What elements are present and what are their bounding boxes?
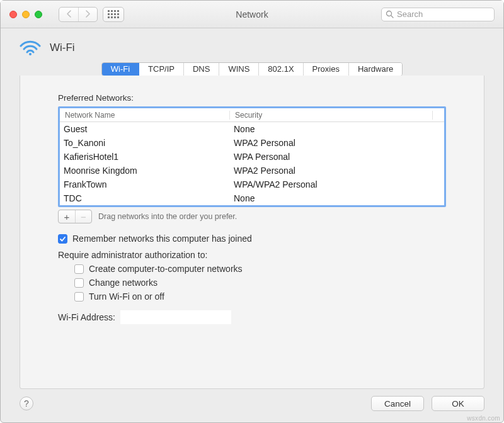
plus-icon: + bbox=[64, 212, 70, 222]
cell-name: Guest bbox=[60, 124, 230, 134]
require-change-networks-checkbox[interactable] bbox=[74, 278, 84, 288]
tabbar: Wi-Fi TCP/IP DNS WINS 802.1X Proxies Har… bbox=[1, 62, 503, 76]
require-create-adhoc-checkbox[interactable] bbox=[74, 264, 84, 274]
wifi-address-label: Wi-Fi Address: bbox=[58, 312, 115, 322]
preferred-networks-table[interactable]: Network Name Security Guest None To_Kano… bbox=[58, 106, 446, 207]
ok-button[interactable]: OK bbox=[432, 396, 484, 411]
table-header: Network Name Security bbox=[60, 108, 444, 122]
grid-icon bbox=[108, 10, 119, 18]
table-row[interactable]: FrankTown WPA/WPA2 Personal bbox=[60, 178, 444, 191]
zoom-window-button[interactable] bbox=[35, 11, 42, 18]
tab-hardware[interactable]: Hardware bbox=[349, 63, 402, 76]
require-admin-options: Create computer-to-computer networks Cha… bbox=[74, 264, 446, 302]
table-row[interactable]: Guest None bbox=[60, 122, 444, 136]
tab-dns[interactable]: DNS bbox=[184, 63, 219, 76]
toolbar-nav bbox=[59, 7, 124, 22]
pane-header: Wi-Fi bbox=[1, 28, 503, 60]
svg-line-1 bbox=[391, 15, 394, 18]
footer: ? Cancel OK bbox=[1, 390, 503, 422]
remove-network-button[interactable]: − bbox=[75, 210, 91, 223]
chevron-right-icon bbox=[85, 9, 91, 20]
network-window: Network Search Wi-Fi Wi- bbox=[0, 0, 504, 423]
col-security[interactable]: Security bbox=[230, 111, 433, 120]
require-toggle-wifi-label: Turn Wi-Fi on or off bbox=[89, 291, 164, 302]
preferred-networks-label: Preferred Networks: bbox=[58, 93, 446, 103]
search-icon bbox=[386, 10, 394, 18]
require-create-adhoc-label: Create computer-to-computer networks bbox=[89, 264, 243, 274]
search-input[interactable]: Search bbox=[381, 8, 495, 21]
cell-name: KafierisHotel1 bbox=[60, 152, 230, 162]
help-button[interactable]: ? bbox=[20, 397, 33, 410]
cancel-button[interactable]: Cancel bbox=[371, 396, 424, 411]
search-placeholder: Search bbox=[397, 9, 423, 19]
titlebar: Network Search bbox=[1, 1, 503, 28]
wifi-icon bbox=[20, 40, 41, 56]
cell-security: WPA2 Personal bbox=[230, 138, 444, 148]
require-change-networks-label: Change networks bbox=[89, 278, 158, 288]
show-all-button[interactable] bbox=[103, 7, 124, 22]
wifi-address-value bbox=[120, 310, 231, 324]
remember-label: Remember networks this computer has join… bbox=[72, 234, 252, 244]
minus-icon: − bbox=[81, 212, 86, 222]
question-icon: ? bbox=[24, 398, 29, 409]
require-toggle-wifi-checkbox[interactable] bbox=[74, 292, 84, 302]
pane-title: Wi-Fi bbox=[50, 42, 75, 54]
cell-security: None bbox=[230, 193, 444, 203]
drag-hint: Drag networks into the order you prefer. bbox=[98, 212, 237, 221]
close-window-button[interactable] bbox=[9, 11, 17, 18]
forward-button[interactable] bbox=[78, 8, 97, 21]
watermark: wsxdn.com bbox=[467, 415, 500, 422]
add-network-button[interactable]: + bbox=[59, 210, 75, 223]
wifi-panel: Preferred Networks: Network Name Securit… bbox=[20, 76, 484, 389]
minimize-window-button[interactable] bbox=[22, 11, 30, 18]
cell-security: WPA Personal bbox=[230, 152, 444, 162]
remember-checkbox[interactable] bbox=[58, 234, 67, 244]
nav-back-forward bbox=[59, 7, 98, 22]
tab-wifi[interactable]: Wi-Fi bbox=[102, 63, 139, 76]
cell-name: To_Kanoni bbox=[60, 138, 230, 148]
wifi-address-row: Wi-Fi Address: bbox=[58, 310, 446, 324]
tab-proxies[interactable]: Proxies bbox=[304, 63, 349, 76]
cell-name: FrankTown bbox=[60, 179, 230, 189]
add-remove-bar: + − Drag networks into the order you pre… bbox=[58, 210, 446, 223]
cell-security: WPA/WPA2 Personal bbox=[230, 179, 444, 189]
tab-8021x[interactable]: 802.1X bbox=[259, 63, 303, 76]
cell-name: TDC bbox=[60, 193, 230, 203]
table-row[interactable]: TDC None bbox=[60, 191, 444, 205]
col-network-name[interactable]: Network Name bbox=[60, 111, 230, 120]
table-row[interactable]: KafierisHotel1 WPA Personal bbox=[60, 150, 444, 164]
window-controls bbox=[1, 11, 42, 18]
cell-name: Moonrise Kingdom bbox=[60, 166, 230, 176]
remember-row: Remember networks this computer has join… bbox=[58, 234, 446, 244]
table-row[interactable]: To_Kanoni WPA2 Personal bbox=[60, 136, 444, 150]
tab-wins[interactable]: WINS bbox=[219, 63, 259, 76]
require-admin-label: Require administrator authorization to: bbox=[58, 250, 446, 260]
tab-tcpip[interactable]: TCP/IP bbox=[139, 63, 184, 76]
table-row[interactable]: Moonrise Kingdom WPA2 Personal bbox=[60, 164, 444, 178]
cell-security: None bbox=[230, 124, 444, 134]
back-button[interactable] bbox=[59, 8, 78, 21]
chevron-left-icon bbox=[66, 9, 72, 20]
svg-point-2 bbox=[29, 53, 32, 55]
cell-security: WPA2 Personal bbox=[230, 166, 444, 176]
